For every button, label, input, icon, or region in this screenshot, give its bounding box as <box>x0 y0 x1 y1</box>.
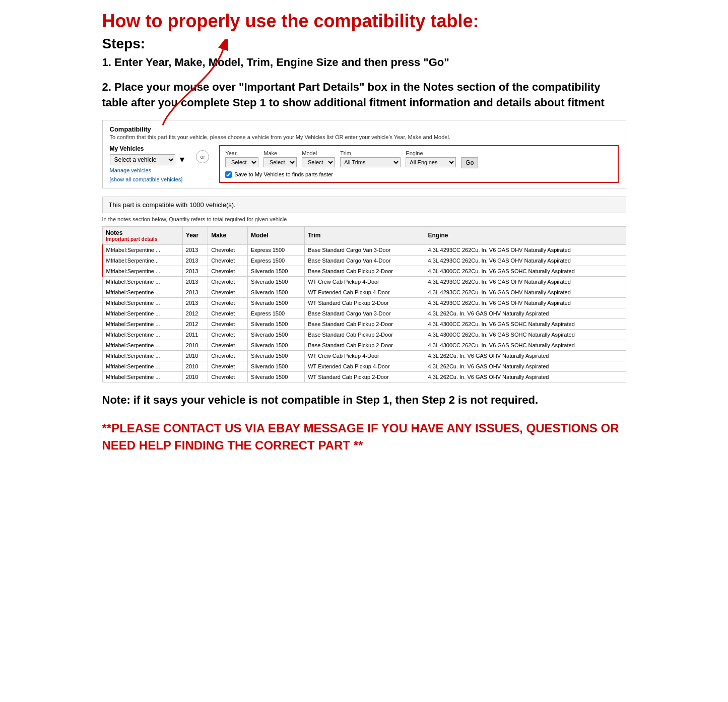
cell-notes: Mfrlabel:Serpentine ... <box>103 350 183 361</box>
cell-engine: 4.3L 4300CC 262Cu. In. V6 GAS SOHC Natur… <box>425 329 626 340</box>
col-header-make: Make <box>208 226 248 244</box>
cell-engine: 4.3L 4300CC 262Cu. In. V6 GAS SOHC Natur… <box>425 318 626 329</box>
cell-model: Express 1500 <box>247 244 304 255</box>
cell-notes: Mfrlabel:Serpentine ... <box>103 371 183 382</box>
make-label: Make <box>263 150 297 156</box>
cell-notes: Mfrlabel:Serpentine ... <box>103 308 183 318</box>
compatibility-subtitle: To confirm that this part fits your vehi… <box>110 134 619 140</box>
engine-select[interactable]: All Engines <box>406 157 456 167</box>
cell-trim: WT Standard Cab Pickup 2-Door <box>305 297 425 308</box>
main-title: How to properly use the compatibility ta… <box>102 10 626 32</box>
go-button[interactable]: Go <box>461 157 478 168</box>
cell-trim: Base Standard Cab Pickup 2-Door <box>305 266 425 276</box>
cell-notes: Mfrlabel:Serpentine ... <box>103 244 183 255</box>
cell-year: 2013 <box>182 276 208 287</box>
save-check-row: Save to My Vehicles to finds parts faste… <box>225 171 612 178</box>
cell-make: Chevrolet <box>208 266 248 276</box>
col-header-trim: Trim <box>305 226 425 244</box>
or-divider: or <box>196 150 209 163</box>
make-select[interactable]: -Select- <box>263 157 297 167</box>
cell-trim: WT Crew Cab Pickup 4-Door <box>305 350 425 361</box>
cell-year: 2010 <box>182 340 208 350</box>
cell-make: Chevrolet <box>208 276 248 287</box>
compatible-banner: This part is compatible with 1000 vehicl… <box>102 197 626 213</box>
cell-make: Chevrolet <box>208 350 248 361</box>
cell-model: Silverado 1500 <box>247 340 304 350</box>
cell-engine: 4.3L 4293CC 262Cu. In. V6 GAS OHV Natura… <box>425 244 626 255</box>
save-label: Save to My Vehicles to finds parts faste… <box>234 171 333 177</box>
cell-year: 2012 <box>182 308 208 318</box>
cell-engine: 4.3L 262Cu. In. V6 GAS OHV Naturally Asp… <box>425 308 626 318</box>
year-select[interactable]: -Select- <box>225 157 258 167</box>
table-row: Mfrlabel:Serpentine ...2011ChevroletSilv… <box>103 329 626 340</box>
cell-year: 2010 <box>182 361 208 371</box>
compatibility-title: Compatibility <box>110 125 619 133</box>
col-header-notes: Notes Important part details <box>103 226 183 244</box>
cell-engine: 4.3L 262Cu. In. V6 GAS OHV Naturally Asp… <box>425 350 626 361</box>
cell-engine: 4.3L 4293CC 262Cu. In. V6 GAS OHV Natura… <box>425 297 626 308</box>
dropdown-arrow-icon: ▼ <box>178 155 186 164</box>
cell-model: Silverado 1500 <box>247 276 304 287</box>
cell-year: 2013 <box>182 287 208 297</box>
cell-trim: WT Crew Cab Pickup 4-Door <box>305 276 425 287</box>
steps-label: Steps: <box>102 36 626 52</box>
cell-year: 2011 <box>182 329 208 340</box>
cell-model: Silverado 1500 <box>247 318 304 329</box>
engine-label: Engine <box>406 150 456 156</box>
cell-engine: 4.3L 4300CC 262Cu. In. V6 GAS SOHC Natur… <box>425 266 626 276</box>
cell-notes: Mfrlabel:Serpentine... <box>103 255 183 266</box>
cell-make: Chevrolet <box>208 255 248 266</box>
cell-make: Chevrolet <box>208 297 248 308</box>
vehicle-select[interactable]: Select a vehicle <box>110 154 175 165</box>
year-label: Year <box>225 150 258 156</box>
cell-notes: Mfrlabel:Serpentine ... <box>103 329 183 340</box>
cell-year: 2013 <box>182 244 208 255</box>
show-all-link[interactable]: [show all compatible vehicles] <box>110 176 186 182</box>
cell-trim: WT Standard Cab Pickup 2-Door <box>305 371 425 382</box>
cell-notes: Mfrlabel:Serpentine ... <box>103 318 183 329</box>
trim-select[interactable]: All Trims <box>340 157 401 167</box>
manage-vehicles-link[interactable]: Manage vehicles <box>110 167 186 173</box>
cell-make: Chevrolet <box>208 287 248 297</box>
note-text: Note: if it says your vehicle is not com… <box>102 393 626 408</box>
cell-year: 2010 <box>182 350 208 361</box>
cell-engine: 4.3L 4293CC 262Cu. In. V6 GAS OHV Natura… <box>425 276 626 287</box>
model-select[interactable]: -Select- <box>302 157 335 167</box>
table-row: Mfrlabel:Serpentine ...2012ChevroletExpr… <box>103 308 626 318</box>
cell-trim: WT Extended Cab Pickup 4-Door <box>305 361 425 371</box>
col-header-engine: Engine <box>425 226 626 244</box>
compatibility-table: Notes Important part details Year Make M… <box>102 226 626 382</box>
quantity-note: In the notes section below, Quantity ref… <box>102 216 626 222</box>
save-checkbox[interactable] <box>225 171 232 178</box>
cell-model: Silverado 1500 <box>247 371 304 382</box>
table-row: Mfrlabel:Serpentine ...2010ChevroletSilv… <box>103 361 626 371</box>
cell-notes: Mfrlabel:Serpentine ... <box>103 287 183 297</box>
col-header-model: Model <box>247 226 304 244</box>
cell-trim: WT Extended Cab Pickup 4-Door <box>305 287 425 297</box>
my-vehicles-column: My Vehicles Select a vehicle ▼ Manage ve… <box>110 145 186 182</box>
cell-engine: 4.3L 262Cu. In. V6 GAS OHV Naturally Asp… <box>425 361 626 371</box>
cell-make: Chevrolet <box>208 371 248 382</box>
cell-year: 2013 <box>182 297 208 308</box>
model-field: Model -Select- <box>302 150 335 167</box>
my-vehicles-label: My Vehicles <box>110 145 186 152</box>
cell-model: Silverado 1500 <box>247 329 304 340</box>
col-header-year: Year <box>182 226 208 244</box>
table-row: Mfrlabel:Serpentine ...2010ChevroletSilv… <box>103 350 626 361</box>
table-row: Mfrlabel:Serpentine ...2013ChevroletSilv… <box>103 276 626 287</box>
table-row: Mfrlabel:Serpentine ...2013ChevroletExpr… <box>103 244 626 255</box>
year-make-section: Year -Select- Make -Select- Model <box>219 145 618 183</box>
step1-text: 1. Enter Year, Make, Model, Trim, Engine… <box>102 55 626 71</box>
cell-make: Chevrolet <box>208 308 248 318</box>
cell-make: Chevrolet <box>208 361 248 371</box>
compatibility-section: Compatibility To confirm that this part … <box>102 120 626 188</box>
cell-notes: Mfrlabel:Serpentine ... <box>103 340 183 350</box>
cell-trim: Base Standard Cab Pickup 2-Door <box>305 340 425 350</box>
cell-make: Chevrolet <box>208 340 248 350</box>
table-row: Mfrlabel:Serpentine...2013ChevroletExpre… <box>103 255 626 266</box>
cell-model: Silverado 1500 <box>247 266 304 276</box>
cell-model: Silverado 1500 <box>247 361 304 371</box>
cell-model: Express 1500 <box>247 255 304 266</box>
cell-model: Silverado 1500 <box>247 350 304 361</box>
cell-trim: Base Standard Cargo Van 3-Door <box>305 244 425 255</box>
